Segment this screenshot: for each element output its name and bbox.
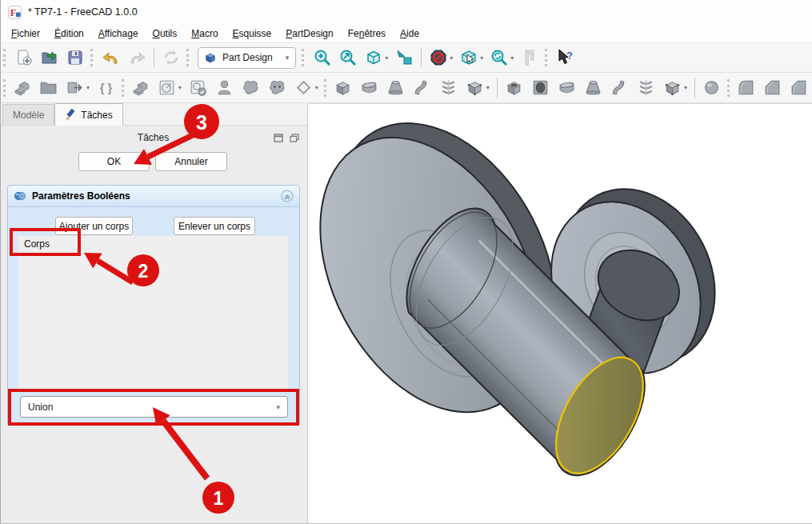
save-document-icon xyxy=(66,48,85,67)
box-element-selection-button[interactable]: ▾ xyxy=(457,46,486,70)
chevron-down-icon: ▾ xyxy=(385,54,388,62)
subtractive-helix-button[interactable] xyxy=(634,75,658,100)
menu-item-0[interactable]: Fichier xyxy=(4,26,47,42)
chevron-down-icon: ▾ xyxy=(315,84,318,91)
create-subshapebinder-icon xyxy=(267,78,287,98)
undo-icon xyxy=(102,48,121,67)
measure-icon xyxy=(520,48,539,67)
menu-item-7[interactable]: Fenêtres xyxy=(341,26,393,42)
edit-sketch-icon xyxy=(188,78,208,98)
3d-viewport[interactable] xyxy=(307,103,812,524)
remove-body-button[interactable]: Enlever un corps xyxy=(174,217,255,235)
create-body-part-button[interactable] xyxy=(10,75,34,100)
boolean-icon xyxy=(14,190,26,202)
clipping-plane-button[interactable]: ▾ xyxy=(426,46,455,70)
menu-item-5[interactable]: Esquisse xyxy=(226,26,279,42)
edit-sketch-button[interactable] xyxy=(186,75,210,100)
body-list[interactable]: Corps xyxy=(18,235,289,390)
additive-pipe-button[interactable] xyxy=(410,75,434,100)
redo-button[interactable] xyxy=(125,46,149,70)
create-group-button[interactable] xyxy=(36,75,61,100)
subtractive-primitive-icon xyxy=(662,78,682,98)
menu-item-4[interactable]: Macro xyxy=(184,26,225,42)
save-document-button[interactable] xyxy=(63,46,87,70)
create-subshapebinder-button[interactable] xyxy=(265,75,290,100)
refresh-button[interactable] xyxy=(159,46,183,70)
collapse-section-icon[interactable] xyxy=(281,190,294,202)
boolean-operation-button[interactable] xyxy=(699,75,724,100)
subtractive-helix-icon xyxy=(636,78,656,98)
draft-button[interactable] xyxy=(786,75,811,100)
list-item[interactable]: Corps xyxy=(18,236,288,252)
chevron-down-icon: ▾ xyxy=(286,54,290,62)
link-navigate-icon xyxy=(394,48,414,67)
tasks-panel-title: Tâches xyxy=(1,132,274,143)
create-datum-button[interactable]: ▾ xyxy=(291,75,321,100)
cancel-button[interactable]: Annuler xyxy=(155,152,227,171)
chevron-down-icon: ▾ xyxy=(510,54,514,62)
menu-item-1[interactable]: Édition xyxy=(47,26,91,42)
menu-bar: FichierÉditionAffichageOutilsMacroEsquis… xyxy=(1,24,812,42)
subtractive-pipe-button[interactable] xyxy=(607,75,632,100)
workbench-selector-value: Part Design xyxy=(222,52,273,63)
menu-item-8[interactable]: Aide xyxy=(393,26,426,42)
hole-button[interactable] xyxy=(528,75,553,100)
menu-item-6[interactable]: PartDesign xyxy=(278,26,340,42)
clipping-plane-icon xyxy=(429,48,448,67)
subtractive-primitive-button[interactable]: ▾ xyxy=(660,75,690,100)
create-varset-icon xyxy=(96,78,116,98)
fit-all-button[interactable] xyxy=(310,46,334,70)
axonometric-view-button[interactable]: ▾ xyxy=(362,46,390,70)
add-body-button[interactable]: Ajouter un corps xyxy=(55,217,133,235)
link-navigate-button[interactable] xyxy=(392,46,416,70)
float-panel-icon[interactable] xyxy=(290,134,299,142)
chevron-down-icon: ▾ xyxy=(480,54,483,62)
measure-button[interactable] xyxy=(518,46,542,70)
pad-button[interactable] xyxy=(330,75,355,100)
toolbar-handle xyxy=(3,49,9,66)
open-document-button[interactable] xyxy=(38,46,62,70)
whats-this-button[interactable] xyxy=(554,46,578,70)
fit-selection-icon xyxy=(338,48,358,67)
title-bar[interactable]: * TP7-1 - FreeCAD 1.0.0 xyxy=(1,0,812,24)
tab-tasks[interactable]: Tâches xyxy=(54,103,122,126)
validate-sketch-button[interactable] xyxy=(212,75,237,100)
new-document-button[interactable] xyxy=(12,46,36,70)
boolean-operation-select[interactable]: Union ▾ xyxy=(20,396,288,418)
menu-item-2[interactable]: Affichage xyxy=(91,26,146,42)
pad-icon xyxy=(333,78,353,98)
groove-button[interactable] xyxy=(554,75,579,100)
undo-button[interactable] xyxy=(99,46,123,70)
boolean-parameters-header[interactable]: Paramètres Booléens xyxy=(8,186,299,207)
ok-button[interactable]: OK xyxy=(78,152,150,171)
fit-selection-button[interactable] xyxy=(336,46,360,70)
toolbar-handle xyxy=(122,79,125,97)
create-body-button[interactable] xyxy=(128,75,153,100)
create-shapebinder-button[interactable] xyxy=(238,75,263,100)
fillet-button[interactable] xyxy=(734,75,758,100)
chamfer-button[interactable] xyxy=(760,75,785,100)
additive-primitive-button[interactable]: ▾ xyxy=(462,75,492,100)
view-zoom-button[interactable]: ▾ xyxy=(487,46,516,70)
create-datum-icon xyxy=(294,78,314,98)
whats-this-icon xyxy=(556,48,575,67)
workbench-selector[interactable]: Part Design▾ xyxy=(198,47,296,69)
chevron-down-icon: ▾ xyxy=(86,84,90,91)
toolbar-handle xyxy=(727,79,730,97)
fillet-icon xyxy=(736,78,756,98)
create-varset-button[interactable] xyxy=(94,75,118,100)
create-sketch-button[interactable]: ▾ xyxy=(154,75,184,100)
dock-panel-icon[interactable] xyxy=(274,134,283,142)
tab-model[interactable]: Modèle xyxy=(2,104,54,125)
subtractive-loft-button[interactable] xyxy=(581,75,606,100)
make-link-button[interactable]: ▾ xyxy=(62,75,92,100)
refresh-icon xyxy=(162,48,181,67)
revolution-button[interactable] xyxy=(357,75,382,100)
subtractive-loft-icon xyxy=(583,78,603,98)
tab-tasks-label: Tâches xyxy=(81,110,112,121)
menu-item-3[interactable]: Outils xyxy=(146,26,185,42)
additive-loft-button[interactable] xyxy=(383,75,408,100)
pocket-button[interactable] xyxy=(502,75,526,100)
additive-helix-button[interactable] xyxy=(436,75,461,100)
toolbar-standard: Part Design▾▾▾▾▾ xyxy=(1,42,812,72)
